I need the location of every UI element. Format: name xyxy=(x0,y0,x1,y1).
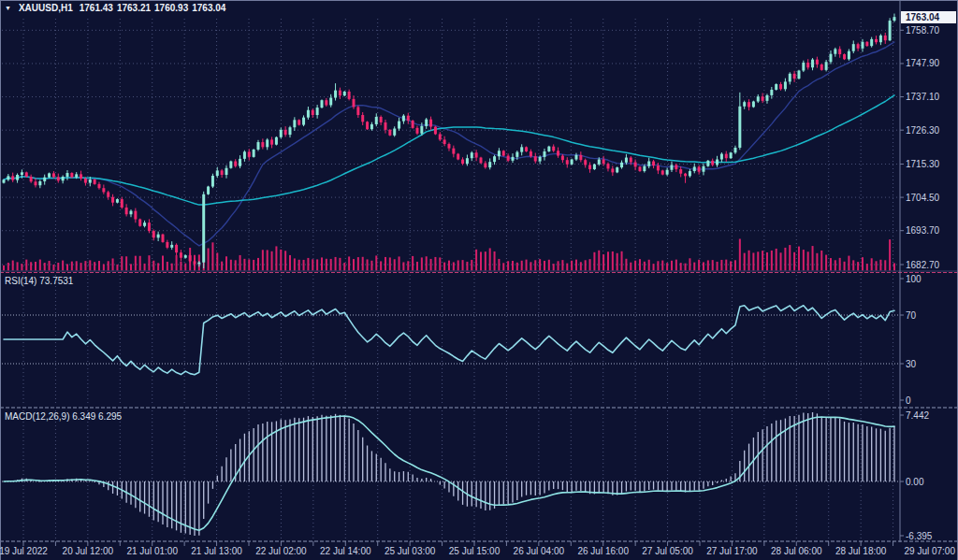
time-axis[interactable] xyxy=(0,542,958,560)
rsi-pane[interactable] xyxy=(0,273,899,407)
rsi-indicator-label: RSI(14) 73.7531 xyxy=(5,276,73,286)
price-axis[interactable] xyxy=(900,0,958,542)
trading-chart-window: 1758.701747.901737.101726.301715.301704.… xyxy=(0,0,958,560)
macd-pane[interactable] xyxy=(0,409,899,541)
symbol-dropdown-icon[interactable]: ▼ xyxy=(5,5,11,11)
ohlc-low: 1760.93 xyxy=(154,3,188,13)
ohlc-close: 1763.04 xyxy=(192,3,225,13)
ohlc-open: 1761.43 xyxy=(80,3,113,13)
current-price-tag: 1763.04 xyxy=(901,11,956,23)
macd-indicator-label: MACD(12,26,9) 6.349 6.295 xyxy=(5,411,122,422)
symbol-label: XAUUSD,H1 xyxy=(19,3,73,13)
ohlc-high: 1763.21 xyxy=(117,3,151,13)
chart-header: ▼ XAUUSD,H1 1761.43 1763.21 1760.93 1763… xyxy=(5,2,225,13)
main-chart-pane[interactable] xyxy=(0,14,899,272)
